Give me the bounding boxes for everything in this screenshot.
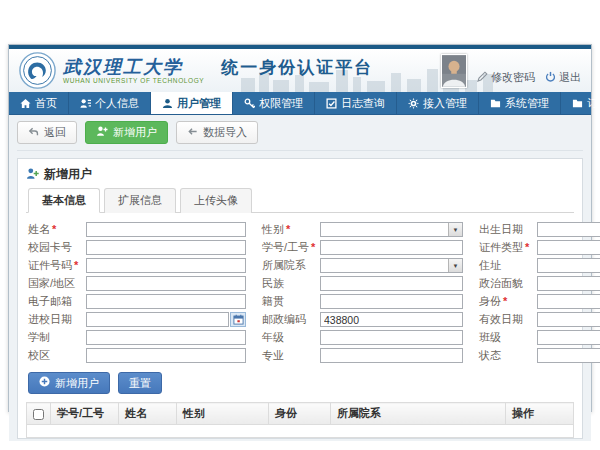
native-place-input[interactable] bbox=[320, 294, 463, 309]
power-icon bbox=[545, 71, 556, 84]
class-input[interactable] bbox=[537, 330, 600, 345]
university-name-cn: 武汉理工大学 bbox=[63, 57, 204, 77]
birth-date-input[interactable] bbox=[537, 222, 600, 237]
calendar-icon[interactable] bbox=[230, 312, 246, 327]
department-field: 所属院系▼ bbox=[262, 258, 463, 273]
email-input[interactable] bbox=[86, 294, 246, 309]
back-button[interactable]: 返回 bbox=[17, 121, 77, 144]
birth-date-field: 出生日期 bbox=[479, 222, 600, 237]
gear-icon bbox=[408, 98, 419, 109]
id-number-label: 证件号码* bbox=[28, 258, 86, 273]
panel-tab-1[interactable]: 基本信息 bbox=[28, 188, 100, 213]
country-region-field: 国家/地区 bbox=[28, 276, 246, 291]
nav-tab-7[interactable]: 系统管理 bbox=[479, 92, 561, 114]
political-status-input[interactable] bbox=[537, 276, 600, 291]
nav-tab-6[interactable]: 接入管理 bbox=[397, 92, 479, 114]
add-user-icon bbox=[26, 167, 39, 183]
return-arrow-icon bbox=[28, 126, 39, 140]
table-empty-row bbox=[27, 425, 574, 438]
nav-tab-5[interactable]: 日志查询 bbox=[315, 92, 397, 114]
grade-label: 年级 bbox=[262, 330, 320, 345]
brand-text: 武汉理工大学 WUHAN UNIVERSITY OF TECHNOLOGY bbox=[63, 57, 204, 85]
entry-date-field: 进校日期 bbox=[28, 312, 246, 327]
chevron-down-icon[interactable]: ▼ bbox=[448, 259, 462, 272]
major-field: 专业 bbox=[262, 348, 463, 363]
user-form: 姓名*性别*▼出生日期校园卡号学号/工号*证件类型*证件号码*所属院系▼住址国家… bbox=[26, 213, 574, 368]
table-header-6: 操作 bbox=[506, 403, 574, 425]
id-number-input[interactable] bbox=[86, 258, 246, 273]
school-system-field: 学制 bbox=[28, 330, 246, 345]
reset-button[interactable]: 重置 bbox=[118, 372, 162, 394]
home-icon bbox=[20, 98, 31, 109]
add-user-toolbar-label: 新增用户 bbox=[113, 126, 157, 139]
name-input[interactable] bbox=[86, 222, 246, 237]
toolbar: 返回 新增用户 数据导入 bbox=[17, 121, 583, 151]
id-type-input[interactable] bbox=[537, 240, 600, 255]
name-field: 姓名* bbox=[28, 222, 246, 237]
chevron-down-icon[interactable]: ▼ bbox=[448, 223, 462, 236]
select-all-checkbox[interactable] bbox=[33, 409, 44, 420]
nav-tab-3[interactable]: 用户管理 bbox=[151, 92, 233, 114]
panel-tab-label: 上传头像 bbox=[194, 194, 238, 206]
identity-input[interactable] bbox=[537, 294, 600, 309]
main-nav: 首页个人信息用户管理权限管理日志查询接入管理系统管理订阅管理 bbox=[9, 92, 591, 115]
student-id-input[interactable] bbox=[320, 240, 463, 255]
address-input[interactable] bbox=[537, 258, 600, 273]
user-icon bbox=[162, 98, 173, 109]
table-header-checkbox-cell bbox=[27, 403, 51, 425]
ethnicity-label: 民族 bbox=[262, 276, 320, 291]
valid-date-input[interactable] bbox=[537, 312, 600, 327]
department-select[interactable]: ▼ bbox=[320, 258, 463, 273]
add-user-toolbar-button[interactable]: 新增用户 bbox=[85, 121, 168, 144]
panel-tab-2[interactable]: 扩展信息 bbox=[104, 188, 176, 213]
campus-field: 校区 bbox=[28, 348, 246, 363]
campus-input[interactable] bbox=[86, 348, 246, 363]
nav-tab-label: 个人信息 bbox=[95, 96, 139, 111]
nav-tab-label: 订阅管理 bbox=[587, 96, 600, 111]
userbar: 修改密码 退出 bbox=[441, 54, 581, 88]
status-input[interactable] bbox=[537, 348, 600, 363]
postal-code-input[interactable] bbox=[320, 312, 463, 327]
campus-card-label: 校园卡号 bbox=[28, 240, 86, 255]
nav-tab-8[interactable]: 订阅管理 bbox=[561, 92, 600, 114]
logout-link[interactable]: 退出 bbox=[545, 70, 581, 85]
user-table: 学号/工号姓名性别身份所属院系操作 bbox=[26, 402, 574, 438]
required-asterisk: * bbox=[286, 223, 290, 235]
ethnicity-input[interactable] bbox=[320, 276, 463, 291]
import-arrow-icon bbox=[187, 126, 198, 140]
email-label: 电子邮箱 bbox=[28, 294, 86, 309]
status-field: 状态 bbox=[479, 348, 600, 363]
id-type-label: 证件类型* bbox=[479, 240, 537, 255]
campus-label: 校区 bbox=[28, 348, 86, 363]
student-id-field: 学号/工号* bbox=[262, 240, 463, 255]
data-import-button[interactable]: 数据导入 bbox=[176, 121, 258, 144]
avatar bbox=[441, 54, 467, 88]
submit-add-user-button[interactable]: 新增用户 bbox=[28, 372, 110, 394]
pencil-icon bbox=[477, 71, 488, 84]
grade-input[interactable] bbox=[320, 330, 463, 345]
gender-field: 性别*▼ bbox=[262, 222, 463, 237]
nav-tab-2[interactable]: 个人信息 bbox=[69, 92, 151, 114]
back-label: 返回 bbox=[44, 126, 66, 139]
nav-tab-1[interactable]: 首页 bbox=[9, 92, 69, 114]
submit-label: 新增用户 bbox=[55, 377, 99, 390]
change-password-link[interactable]: 修改密码 bbox=[477, 70, 535, 85]
campus-card-input[interactable] bbox=[86, 240, 246, 255]
user-plus-icon bbox=[96, 125, 108, 140]
postal-code-field: 邮政编码 bbox=[262, 312, 463, 327]
logout-label: 退出 bbox=[559, 70, 581, 85]
major-input[interactable] bbox=[320, 348, 463, 363]
panel-tab-3[interactable]: 上传头像 bbox=[180, 188, 252, 213]
entry-date-input[interactable] bbox=[86, 312, 229, 327]
country-region-input[interactable] bbox=[86, 276, 246, 291]
postal-code-label: 邮政编码 bbox=[262, 312, 320, 327]
school-system-input[interactable] bbox=[86, 330, 246, 345]
nav-tab-4[interactable]: 权限管理 bbox=[233, 92, 315, 114]
email-field: 电子邮箱 bbox=[28, 294, 246, 309]
id-type-field: 证件类型* bbox=[479, 240, 600, 255]
gender-select[interactable]: ▼ bbox=[320, 222, 463, 237]
nav-tab-label: 接入管理 bbox=[423, 96, 467, 111]
required-asterisk: * bbox=[74, 259, 78, 271]
change-password-label: 修改密码 bbox=[491, 70, 535, 85]
panel-tab-label: 基本信息 bbox=[42, 194, 86, 206]
